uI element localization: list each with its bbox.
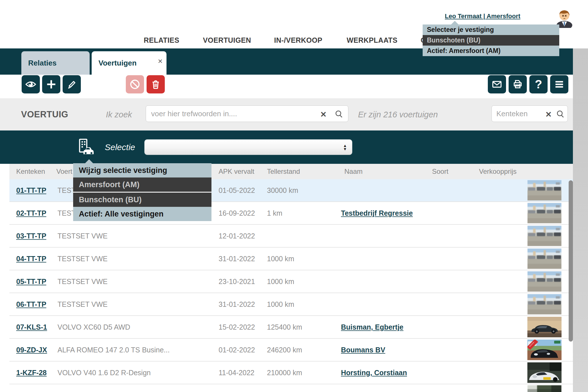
kenteken-link[interactable]: 04-TT-TP [16,255,46,263]
help-button[interactable]: ? [529,75,548,93]
kenteken-link[interactable]: 02-TT-TP [16,209,46,217]
kenteken-link[interactable]: 09-ZD-JX [16,346,47,354]
vehicle-thumbnail[interactable] [527,385,562,392]
building-car-icon[interactable] [77,138,94,156]
vehicle-description: TESTSET VWE [57,255,108,263]
kenteken-link[interactable]: 07-KLS-1 [16,323,47,331]
print-button[interactable] [509,75,527,93]
delete-button[interactable] [147,75,165,93]
vehicle-thumbnail[interactable] [527,362,562,383]
column-kenteken[interactable]: Kenteken [16,168,45,175]
apk-date: 11-04-2022 [219,369,254,377]
selectie-bar: Selectie ▲▼ [0,130,573,164]
selectie-menu-item-amersfoort[interactable]: Amersfoort (AM) [73,177,211,192]
table-row[interactable]: 1-KZF-28 VOLVO V40 1.6 D2 R-Design 11-04… [9,362,573,384]
kenteken-link[interactable]: 03-TT-TP [16,232,46,240]
result-count: Er zijn 216 voertuigen [358,110,438,119]
naam-link[interactable]: Buisman, Egbertje [341,323,404,331]
tellerstand-value: 125400 km [267,323,302,331]
eye-icon [25,79,36,90]
vehicle-thumbnail[interactable] [527,271,562,292]
column-tellerstand[interactable]: Tellerstand [267,168,300,175]
column-verkoopprijs[interactable]: Verkoopprijs [479,168,517,175]
column-soort[interactable]: Soort [432,168,448,175]
column-naam[interactable]: Naam [344,168,363,175]
kenteken-link[interactable]: 1-KZF-28 [16,369,47,377]
select-stepper-icon: ▲▼ [343,144,347,151]
block-button[interactable] [126,75,144,93]
question-mark-icon: ? [535,75,542,93]
tab-voertuigen-label: Voertuigen [98,59,137,67]
vehicle-thumbnail[interactable] [527,203,562,223]
edit-button[interactable] [63,75,81,93]
user-menu-title: Selecteer je vestiging [423,24,559,35]
user-menu-item-actief[interactable]: Actief: Amersfoort (AM) [423,46,559,56]
envelope-icon [491,79,503,90]
block-icon [129,79,141,90]
keyword-search-icon[interactable] [335,110,343,119]
selectie-label: Selectie [105,142,135,152]
nav-item-in-verkoop[interactable]: IN-/VERKOOP [274,36,322,44]
vehicle-description: TESTSET VWE [57,232,108,240]
apk-date: 01-05-2022 [219,186,255,195]
column-voertuig[interactable]: Voert [56,168,72,175]
vertical-scrollbar[interactable] [569,180,573,342]
keyword-search-input[interactable] [146,105,348,122]
view-button[interactable] [22,75,40,93]
naam-link[interactable]: Testbedrijf Regressie [341,209,413,217]
table-row[interactable]: 09-ZD-JX ALFA ROMEO 147 2.0 TS Busine...… [9,339,573,362]
naam-link[interactable]: Horsting, Corstiaan [341,369,407,377]
tellerstand-value: 30000 km [267,186,298,195]
email-button[interactable] [488,75,506,93]
table-row[interactable]: 03-TT-TP TESTSET VWE 12-01-2022 [9,225,573,248]
add-button[interactable] [42,75,60,93]
kenteken-link[interactable]: 06-TT-TP [16,300,46,309]
user-vestiging-link[interactable]: Leo Termaat | Amersfoort [445,13,520,20]
vehicle-thumbnail[interactable] [527,340,562,360]
tellerstand-value: 1000 km [267,277,294,286]
apk-date: 12-01-2022 [219,232,255,240]
selectie-menu-item-bunschoten[interactable]: Bunschoten (BU) [73,192,211,207]
tab-close-icon[interactable]: × [158,51,163,71]
tab-voertuigen[interactable]: Voertuigen × [92,51,166,75]
tellerstand-value: 210000 km [267,369,302,377]
tellerstand-value: 1000 km [267,300,294,309]
apk-date: 23-10-2021 [219,277,255,286]
nav-item-werkplaats[interactable]: WERKPLAATS [347,36,398,44]
tellerstand-value: 1 km [267,209,282,217]
table-row[interactable]: 06-TT-TP TESTSET VWE 31-01-2022 1000 km [9,293,573,316]
user-menu-item-bunschoten[interactable]: Bunschoten (BU) [423,35,559,46]
kenteken-search-icon[interactable] [556,110,565,119]
column-apk-vervalt[interactable]: APK vervalt [219,168,254,175]
table-row[interactable]: 04-TT-TP TESTSET VWE 31-01-2022 1000 km [9,248,573,270]
apk-date: 31-01-2022 [219,255,255,263]
menu-button[interactable] [550,75,568,93]
vehicle-description: TESTSET VWE [57,300,108,309]
filter-band: VOERTUIG Ik zoek ✕ Er zijn 216 voertuige… [0,98,573,130]
selectie-select[interactable]: ▲▼ [144,139,352,155]
table-row[interactable] [9,384,573,392]
kenteken-link[interactable]: 01-TT-TP [16,186,46,195]
menu-arrow-up-icon [451,21,459,24]
app-window: RELATIES VOERTUIGEN IN-/VERKOOP WERKPLAA… [0,0,588,392]
apk-date: 01-02-2022 [219,346,255,354]
pencil-icon [66,79,77,90]
table-row[interactable]: 05-TT-TP TESTSET VWE 23-10-2021 1000 km [9,270,573,293]
tellerstand-value: 1000 km [267,255,294,263]
vehicle-thumbnail[interactable] [527,294,562,315]
vehicle-thumbnail[interactable] [527,226,562,246]
kenteken-clear-icon[interactable]: ✕ [545,110,552,119]
nav-item-relaties[interactable]: RELATIES [144,36,179,44]
vehicle-description: VOLVO XC60 D5 AWD [57,323,130,331]
vehicle-thumbnail[interactable] [527,180,562,201]
vehicle-thumbnail[interactable] [527,317,562,337]
nav-item-voertuigen[interactable]: VOERTUIGEN [203,36,251,44]
keyword-clear-icon[interactable]: ✕ [320,110,327,119]
selectie-menu-title: Wijzig selectie vestiging [73,163,211,177]
kenteken-link[interactable]: 05-TT-TP [16,277,46,286]
table-row[interactable]: 07-KLS-1 VOLVO XC60 D5 AWD 15-02-2022 12… [9,316,573,339]
selectie-menu-item-actief[interactable]: Actief: Alle vestigingen [73,207,211,221]
tab-relaties[interactable]: Relaties [21,51,90,75]
vehicle-thumbnail[interactable] [527,248,562,269]
naam-link[interactable]: Boumans BV [341,346,385,354]
